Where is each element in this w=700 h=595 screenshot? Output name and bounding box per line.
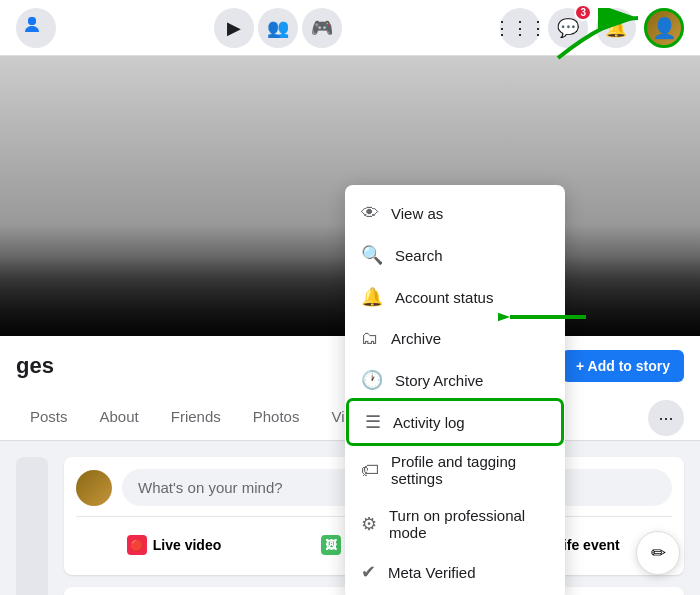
nav-left [16, 8, 56, 48]
post-avatar [76, 470, 112, 506]
arrow-activity-log [498, 302, 588, 332]
live-video-button[interactable]: 🔴 Live video [76, 527, 272, 563]
profile-avatar-btn[interactable] [644, 8, 684, 48]
watch-icon: ▶ [227, 17, 241, 39]
profile-people-icon [24, 13, 48, 42]
apps-icon-btn[interactable]: ⋮⋮⋮ [500, 8, 540, 48]
professional-mode-label: Turn on professional mode [389, 507, 549, 541]
gaming-icon-btn[interactable]: 🎮 [302, 8, 342, 48]
meta-verified-label: Meta Verified [388, 564, 476, 581]
menu-meta-verified[interactable]: ✔ Meta Verified [345, 551, 565, 593]
live-video-label: Live video [153, 537, 221, 553]
search-label: Search [395, 247, 443, 264]
edit-button[interactable]: ✏ [636, 531, 680, 575]
story-archive-label: Story Archive [395, 372, 483, 389]
archive-label: Archive [391, 330, 441, 347]
apps-icon: ⋮⋮⋮ [493, 17, 547, 39]
arrow-top-right [548, 8, 648, 68]
ellipsis-icon: ··· [658, 408, 673, 429]
search-icon: 🔍 [361, 244, 383, 266]
groups-icon-btn[interactable]: 👥 [258, 8, 298, 48]
left-sidebar-placeholder [16, 457, 48, 595]
tab-about[interactable]: About [86, 396, 153, 440]
tab-friends[interactable]: Friends [157, 396, 235, 440]
professional-mode-icon: ⚙ [361, 513, 377, 535]
watch-icon-btn[interactable]: ▶ [214, 8, 254, 48]
account-status-icon: 🔔 [361, 286, 383, 308]
profile-tagging-label: Profile and tagging settings [391, 453, 549, 487]
menu-story-archive[interactable]: 🕐 Story Archive [345, 359, 565, 401]
tab-posts[interactable]: Posts [16, 396, 82, 440]
view-as-icon: 👁 [361, 203, 379, 224]
activity-log-label: Activity log [393, 414, 465, 431]
view-as-label: View as [391, 205, 443, 222]
activity-log-icon: ☰ [365, 411, 381, 433]
three-dots-button[interactable]: ··· [648, 400, 684, 436]
menu-view-as[interactable]: 👁 View as [345, 193, 565, 234]
meta-verified-icon: ✔ [361, 561, 376, 583]
nav-center: ▶ 👥 🎮 [214, 8, 342, 48]
menu-professional-mode[interactable]: ⚙ Turn on professional mode [345, 497, 565, 551]
menu-profile-tagging[interactable]: 🏷 Profile and tagging settings [345, 443, 565, 497]
gaming-icon: 🎮 [311, 17, 333, 39]
edit-icon: ✏ [651, 542, 666, 564]
profile-name: ges [16, 353, 54, 379]
home-icon-btn[interactable] [16, 8, 56, 48]
tab-photos[interactable]: Photos [239, 396, 314, 440]
dropdown-menu: 👁 View as 🔍 Search 🔔 Account status 🗂 Ar… [345, 185, 565, 595]
menu-search[interactable]: 🔍 Search [345, 234, 565, 276]
live-icon: 🔴 [127, 535, 147, 555]
add-to-story-button[interactable]: + Add to story [562, 350, 684, 382]
photo-icon: 🖼 [321, 535, 341, 555]
story-archive-icon: 🕐 [361, 369, 383, 391]
svg-point-1 [28, 17, 36, 25]
account-status-label: Account status [395, 289, 493, 306]
menu-activity-log[interactable]: ☰ Activity log [349, 401, 561, 443]
archive-icon: 🗂 [361, 328, 379, 349]
profile-tagging-icon: 🏷 [361, 460, 379, 481]
groups-icon: 👥 [267, 17, 289, 39]
